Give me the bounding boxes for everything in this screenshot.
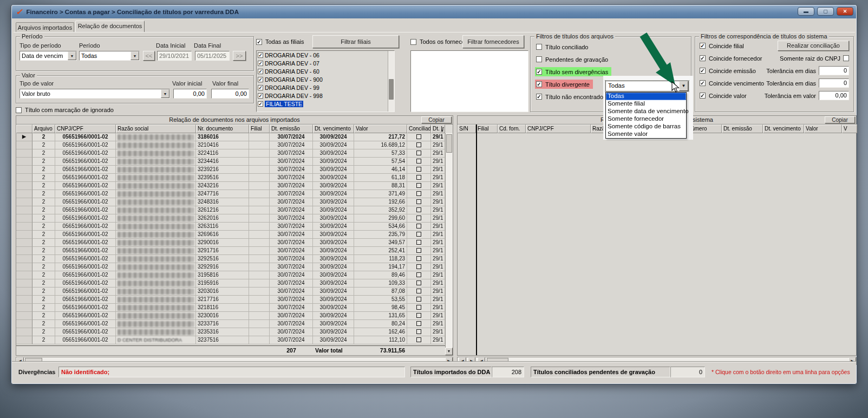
conciliado-checkbox[interactable]	[416, 183, 421, 188]
table-row[interactable]: 205651966/0001-02329001630/07/202430/09/…	[16, 239, 445, 247]
checkbox-icon[interactable]: ✓	[258, 85, 263, 90]
column-header[interactable]: S/N	[458, 125, 476, 133]
table-row[interactable]: 205651966/0001-02329251630/07/202430/09/…	[16, 255, 445, 263]
table-row[interactable]: 205651966/0001-02324771630/07/202430/09/…	[16, 190, 445, 198]
column-header[interactable]: Valor	[804, 125, 842, 133]
conciliado-checkbox[interactable]	[416, 240, 421, 245]
table-row[interactable]: 205651966/0001-02329291630/07/202430/09/…	[16, 263, 445, 271]
checkbox-icon[interactable]: ✓	[700, 55, 706, 61]
tolerancia-field[interactable]: 0	[819, 79, 849, 88]
filiais-listbox[interactable]: ✓DROGARIA DEV - 06✓DROGARIA DEV - 07✓DRO…	[256, 50, 395, 112]
todos-fornecedores-checkbox[interactable]	[410, 39, 416, 45]
filial-item[interactable]: ✓DROGARIA DEV - 07	[257, 59, 394, 67]
tab-arquivos-importados[interactable]: Arquivos importados	[16, 22, 74, 32]
table-row[interactable]: 205651966/0001-02323001630/07/202430/09/…	[16, 312, 445, 320]
checkbox-icon[interactable]: ✓	[700, 80, 706, 86]
column-header[interactable]: Conciliado	[407, 125, 431, 133]
conciliado-checkbox[interactable]	[416, 224, 421, 228]
conciliado-checkbox[interactable]	[416, 142, 421, 147]
checkbox-icon[interactable]	[843, 55, 849, 61]
tab-relacao-documentos[interactable]: Relação de documentos	[75, 21, 145, 32]
table-row[interactable]: 205651966/0001-02323951630/07/202430/09/…	[16, 174, 445, 182]
conciliado-checkbox[interactable]	[416, 272, 421, 277]
conciliado-checkbox[interactable]	[416, 329, 421, 334]
table-row[interactable]: 205651966/0001-02323371630/07/202430/09/…	[16, 320, 445, 328]
table-row[interactable]: 205651966/0001-02326961630/07/202430/09/…	[16, 231, 445, 239]
column-header[interactable]: Dt. vencimento	[313, 125, 354, 133]
filiais-scrollbar[interactable]	[388, 51, 394, 112]
valor-inicial-field[interactable]: 0,00	[173, 89, 207, 99]
table-row[interactable]: 205651966/0001-02326201630/07/202430/09/…	[16, 214, 445, 223]
conciliado-checkbox[interactable]	[416, 191, 421, 196]
next-period-button[interactable]: >>	[233, 51, 246, 61]
column-header[interactable]: Filial	[249, 125, 270, 133]
checkbox-icon[interactable]: ✓	[536, 81, 542, 87]
filial-item[interactable]: ✓FILIAL TESTE	[257, 100, 394, 108]
conciliado-checkbox[interactable]	[416, 232, 421, 237]
close-button[interactable]: ✕	[837, 7, 853, 16]
realizar-conciliacao-button[interactable]: Realizar conciliação	[778, 41, 849, 51]
scrollbar-thumb[interactable]	[446, 134, 452, 153]
scroll-down-icon[interactable]: ▼	[445, 348, 453, 355]
column-header[interactable]: Número	[686, 125, 722, 133]
title-bar[interactable]: ✓ Financeiro > Contas a pagar > Concilia…	[12, 5, 856, 18]
checkbox-icon[interactable]: ✓	[258, 93, 263, 99]
conciliado-checkbox[interactable]	[416, 207, 421, 212]
column-header[interactable]: Dt. emissão	[270, 125, 313, 133]
maximize-button[interactable]: ▢	[817, 7, 834, 16]
filial-item[interactable]: ✓DROGARIA DEV - 998	[257, 92, 394, 100]
data-inicial-field[interactable]: 29/10/2021	[157, 51, 192, 61]
scrollbar-thumb[interactable]	[389, 79, 394, 100]
column-header[interactable]: Filial	[476, 125, 498, 133]
column-header[interactable]: Valor	[354, 125, 407, 133]
data-final-field[interactable]: 05/11/2025	[195, 51, 230, 61]
copy-right-button[interactable]: Copiar	[825, 116, 855, 123]
tipo-valor-select[interactable]: Valor bruto ▼	[19, 89, 170, 99]
copy-left-button[interactable]: Copiar	[421, 116, 452, 123]
table-row[interactable]: 205651966/0001-02319591630/07/202430/09/…	[16, 279, 445, 288]
conciliado-checkbox[interactable]	[416, 337, 421, 342]
conciliado-checkbox[interactable]	[416, 313, 421, 318]
conciliado-checkbox[interactable]	[416, 256, 421, 261]
filial-item[interactable]: ✓DROGARIA DEV - 900	[257, 75, 394, 83]
tipo-periodo-select[interactable]: Data de vencim ▼	[19, 51, 77, 61]
todas-filiais-checkbox[interactable]: ✓	[256, 39, 262, 45]
table-row[interactable]: 205651966/0001-02321771630/07/202430/09/…	[16, 296, 445, 304]
table-row[interactable]: 205651966/0001-02323441630/07/202430/09/…	[16, 158, 445, 166]
column-header[interactable]: Razão social	[591, 125, 686, 133]
column-header[interactable]: V	[842, 125, 857, 133]
table-row[interactable]: ▶205651966/0001-02318601630/07/202430/09…	[16, 133, 445, 141]
column-header[interactable]: Dt. lr▲	[431, 125, 445, 133]
column-header[interactable]: Nr. documento	[196, 125, 249, 133]
chevron-down-icon[interactable]: ▼	[130, 51, 139, 60]
conciliado-checkbox[interactable]	[416, 175, 421, 180]
tolerancia-field[interactable]: 0,00	[819, 91, 849, 100]
table-row[interactable]: 205651966/0001-02326311630/07/202430/09/…	[16, 223, 445, 231]
chevron-down-icon[interactable]: ▼	[161, 89, 169, 98]
periodo-select[interactable]: Todas ▼	[79, 51, 140, 61]
table-row[interactable]: 205651966/0001-02326121630/07/202430/09/…	[16, 206, 445, 214]
conciliado-checkbox[interactable]	[416, 167, 421, 172]
column-header[interactable]: Cd. forn.	[498, 125, 526, 133]
checkbox-icon[interactable]	[536, 44, 542, 50]
checkbox-icon[interactable]: ✓	[700, 43, 706, 49]
table-row[interactable]: 205651966/0001-02323531630/07/202430/09/…	[16, 328, 445, 336]
table-row[interactable]: 205651966/0001-02321811630/07/202430/09/…	[16, 304, 445, 312]
prev-period-button[interactable]: <<	[143, 51, 155, 61]
column-header[interactable]: Razão social	[116, 125, 196, 133]
conciliado-checkbox[interactable]	[416, 264, 421, 269]
column-header[interactable]	[16, 125, 32, 133]
checkbox-icon[interactable]: ✓	[536, 69, 542, 75]
filtrar-filiais-button[interactable]: Filtrar filiais	[312, 35, 399, 48]
table-row[interactable]: 205651966/0001-02329171630/07/202430/09/…	[16, 247, 445, 255]
filial-item[interactable]: ✓DROGARIA DEV - 06	[257, 51, 394, 59]
checkbox-icon[interactable]: ✓	[258, 101, 263, 107]
checkbox-icon[interactable]: ✓	[258, 69, 263, 74]
table-row[interactable]: 205651966/0001-02323921630/07/202430/09/…	[16, 166, 445, 174]
valor-final-field[interactable]: 0,00	[211, 89, 249, 99]
checkbox-icon[interactable]: ✓	[700, 68, 706, 74]
conciliado-checkbox[interactable]	[416, 248, 421, 253]
column-header[interactable]: Dt. emissão	[722, 125, 763, 133]
conciliado-checkbox[interactable]	[416, 215, 421, 220]
tolerancia-field[interactable]: 0	[819, 66, 849, 75]
